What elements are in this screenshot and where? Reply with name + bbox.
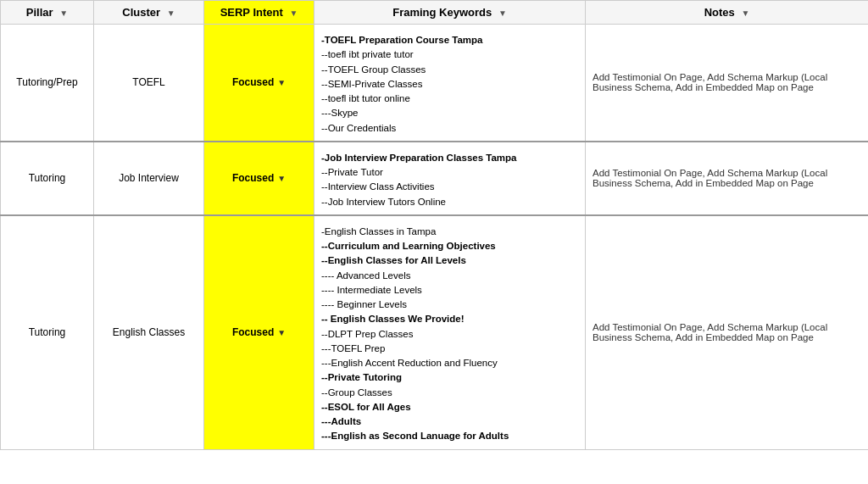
serp-intent-cell[interactable]: Focused▼ [204, 142, 314, 215]
header-framing-keywords: Framing Keywords ▼ [314, 1, 586, 25]
serp-dropdown-arrow[interactable]: ▼ [277, 174, 286, 183]
cluster-cell: TOEFL [94, 25, 204, 142]
framing-keywords-cell: -English Classes in Tampa--Curriculum an… [314, 215, 586, 449]
cluster-filter-icon[interactable]: ▼ [167, 8, 175, 18]
header-pillar: Pillar ▼ [1, 1, 94, 25]
pillar-cell: Tutoring/Prep [1, 25, 94, 142]
serp-filter-icon[interactable]: ▼ [289, 8, 298, 18]
serp-dropdown-arrow[interactable]: ▼ [277, 78, 286, 87]
serp-dropdown-arrow[interactable]: ▼ [277, 328, 286, 337]
framing-filter-icon[interactable]: ▼ [498, 8, 507, 18]
pillar-cell: Tutoring [1, 215, 94, 449]
notes-cell: Add Testimonial On Page, Add Schema Mark… [586, 215, 869, 449]
notes-cell: Add Testimonial On Page, Add Schema Mark… [586, 142, 869, 215]
pillar-cell: Tutoring [1, 142, 94, 215]
header-notes: Notes ▼ [586, 1, 869, 25]
serp-intent-cell[interactable]: Focused▼ [204, 215, 314, 449]
cluster-cell: English Classes [94, 215, 204, 449]
framing-keywords-cell: -TOEFL Preparation Course Tampa--toefl i… [314, 25, 586, 142]
notes-filter-icon[interactable]: ▼ [741, 8, 749, 18]
header-serp-intent: SERP Intent ▼ [204, 1, 314, 25]
framing-keywords-cell: -Job Interview Preparation Classes Tampa… [314, 142, 586, 215]
serp-intent-cell[interactable]: Focused▼ [204, 25, 314, 142]
header-cluster: Cluster ▼ [94, 1, 204, 25]
pillar-filter-icon[interactable]: ▼ [59, 8, 68, 18]
cluster-cell: Job Interview [94, 142, 204, 215]
notes-cell: Add Testimonial On Page, Add Schema Mark… [586, 25, 869, 142]
